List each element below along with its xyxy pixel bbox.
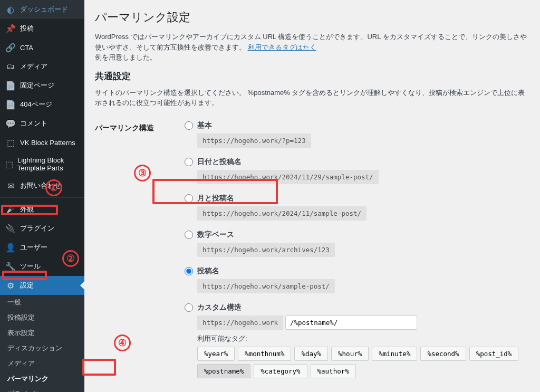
permalink-radio[interactable] bbox=[185, 121, 193, 130]
menu-item[interactable]: 🔧ツール bbox=[0, 257, 84, 276]
tag-button[interactable]: %second% bbox=[420, 347, 466, 361]
menu-label: ユーザー bbox=[20, 243, 47, 252]
menu-label: Lightning Block Template Parts bbox=[17, 156, 80, 172]
permalink-structure-label: パーマリンク構造 bbox=[95, 116, 185, 384]
menu-label: CTA bbox=[20, 44, 33, 52]
permalink-radio[interactable] bbox=[185, 158, 193, 166]
permalink-sample: https://hogeho.work/archives/123 bbox=[197, 243, 335, 257]
menu-item[interactable]: 🖌外観 bbox=[0, 200, 84, 219]
menu-label: お問い合わせ bbox=[20, 181, 61, 190]
tag-button[interactable]: %minute% bbox=[372, 347, 417, 361]
submenu-item[interactable]: メディア bbox=[0, 356, 84, 371]
tag-button[interactable]: %monthnum% bbox=[238, 347, 291, 361]
menu-icon: 🔌 bbox=[5, 223, 16, 234]
menu-label: 404ページ bbox=[20, 100, 52, 109]
main-content: パーマリンク設定 WordPress ではパーマリンクやアーカイブにカスタム U… bbox=[84, 0, 540, 392]
submenu-item[interactable]: 一般 bbox=[0, 295, 84, 310]
menu-label: メディア bbox=[20, 62, 47, 71]
tag-button[interactable]: %hour% bbox=[331, 347, 369, 361]
tag-button[interactable]: %postname% bbox=[197, 364, 250, 378]
menu-icon: 📄 bbox=[5, 80, 16, 91]
submenu-item[interactable]: 投稿設定 bbox=[0, 310, 84, 326]
permalink-radio[interactable] bbox=[185, 267, 193, 275]
submenu-item[interactable]: 表示設定 bbox=[0, 326, 84, 341]
menu-icon: 🗂 bbox=[5, 61, 16, 72]
menu-item[interactable]: ✉お問い合わせ bbox=[0, 176, 84, 195]
admin-sidebar: ◐ダッシュボード📌投稿🔗CTA🗂メディア📄固定ページ📄404ページ💬コメント⬚V… bbox=[0, 0, 84, 392]
menu-icon: ◐ bbox=[5, 4, 16, 15]
menu-icon: ⚙ bbox=[5, 280, 16, 291]
custom-prefix: https://hogeho.work bbox=[197, 315, 283, 330]
available-tags-label: 利用可能なタグ: bbox=[197, 334, 529, 343]
permalink-option-label: 日付と投稿名 bbox=[197, 157, 242, 167]
menu-label: プラグイン bbox=[20, 224, 54, 233]
permalink-option-label: 基本 bbox=[197, 121, 212, 130]
permalink-radio[interactable] bbox=[185, 194, 193, 203]
menu-item[interactable]: 💬コメント bbox=[0, 114, 84, 133]
menu-item[interactable]: 🔗CTA bbox=[0, 38, 84, 57]
tag-button[interactable]: %author% bbox=[311, 364, 356, 378]
permalink-option-label: 月と投稿名 bbox=[197, 194, 234, 203]
menu-icon: ⬚ bbox=[5, 159, 13, 169]
page-title: パーマリンク設定 bbox=[95, 9, 529, 25]
tag-button[interactable]: %year% bbox=[197, 347, 235, 361]
menu-item[interactable]: ⚙設定 bbox=[0, 276, 84, 295]
permalink-option-label: カスタム構造 bbox=[197, 303, 242, 312]
menu-item[interactable]: 📄404ページ bbox=[0, 95, 84, 114]
menu-item[interactable]: 👤ユーザー bbox=[0, 238, 84, 257]
available-tags-link[interactable]: 利用できるタグはたく bbox=[248, 43, 316, 51]
menu-item[interactable]: 🔌プラグイン bbox=[0, 219, 84, 238]
permalink-option-label: 数字ベース bbox=[197, 230, 234, 240]
permalink-radio[interactable] bbox=[185, 231, 193, 239]
menu-label: VK Block Patterns bbox=[20, 139, 75, 147]
tag-button[interactable]: %post_id% bbox=[469, 347, 519, 361]
menu-label: コメント bbox=[20, 119, 47, 128]
permalink-sample: https://hogeho.work/sample-post/ bbox=[197, 279, 335, 293]
permalink-option-label: 投稿名 bbox=[197, 266, 219, 276]
menu-icon: 🔧 bbox=[5, 261, 16, 272]
menu-icon: 👤 bbox=[5, 242, 16, 253]
menu-item[interactable]: ⬚Lightning Block Template Parts bbox=[0, 152, 84, 176]
menu-icon: 🖌 bbox=[5, 204, 16, 215]
menu-label: 設定 bbox=[20, 281, 34, 290]
menu-icon: ⬚ bbox=[5, 137, 16, 148]
tag-button[interactable]: %category% bbox=[254, 364, 307, 378]
menu-icon: 🔗 bbox=[5, 42, 16, 53]
menu-item[interactable]: 📌投稿 bbox=[0, 19, 84, 38]
menu-label: 外観 bbox=[20, 205, 34, 214]
common-settings-heading: 共通設定 bbox=[95, 70, 529, 82]
menu-item[interactable]: ⬚VK Block Patterns bbox=[0, 133, 84, 152]
permalink-sample: https://hogeho.work/?p=123 bbox=[197, 133, 311, 148]
menu-icon: 💬 bbox=[5, 118, 16, 129]
menu-label: ダッシュボード bbox=[20, 5, 68, 14]
submenu-item[interactable]: ディスカッション bbox=[0, 341, 84, 356]
menu-label: 固定ページ bbox=[20, 81, 54, 90]
tags-row: %year%%monthnum%%day%%hour%%minute%%seco… bbox=[197, 347, 529, 378]
menu-item[interactable]: ◐ダッシュボード bbox=[0, 0, 84, 19]
tag-button[interactable]: %day% bbox=[294, 347, 328, 361]
menu-item[interactable]: 🗂メディア bbox=[0, 57, 84, 76]
permalink-sample: https://hogeho.work/2024/11/29/sample-po… bbox=[197, 170, 379, 184]
menu-icon: 📌 bbox=[5, 23, 16, 34]
menu-icon: 📄 bbox=[5, 99, 16, 110]
submenu-item[interactable]: プライバシー bbox=[0, 387, 84, 392]
permalink-sample: https://hogeho.work/2024/11/sample-post/ bbox=[197, 206, 367, 221]
permalink-radio[interactable] bbox=[185, 303, 193, 312]
submenu-item[interactable]: パーマリンク bbox=[0, 371, 84, 387]
menu-label: ツール bbox=[20, 262, 41, 271]
menu-icon: ✉ bbox=[5, 180, 16, 191]
custom-structure-input[interactable] bbox=[285, 315, 417, 330]
menu-label: 投稿 bbox=[20, 24, 34, 33]
menu-item[interactable]: 📄固定ページ bbox=[0, 76, 84, 95]
common-desc: サイトのパーマリンク構造を選択してください。 %postname% タグを含める… bbox=[95, 88, 529, 108]
intro-text: WordPress ではパーマリンクやアーカイブにカスタム URL 構造を使うこ… bbox=[95, 32, 529, 63]
